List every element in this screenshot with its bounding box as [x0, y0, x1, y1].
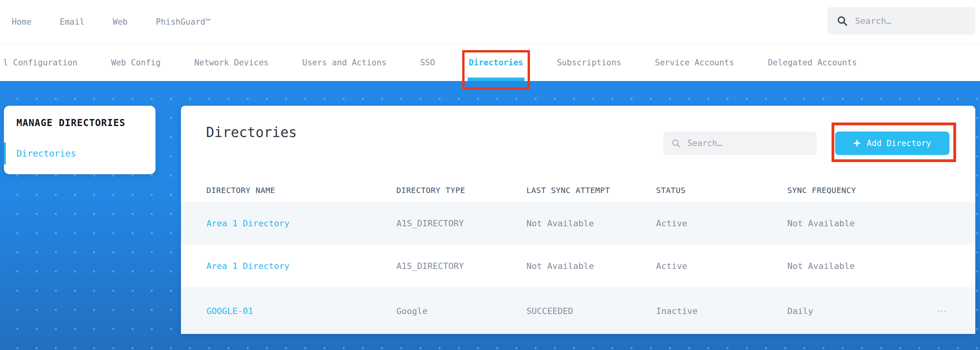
row-actions-menu-icon[interactable]: •••	[937, 306, 948, 316]
directory-type-cell: A1S_DIRECTORY	[396, 261, 526, 271]
directory-name-link[interactable]: Area 1 Directory	[206, 218, 396, 228]
tab-directories[interactable]: Directories	[469, 44, 523, 81]
search-icon	[836, 15, 848, 27]
global-search-box[interactable]	[828, 7, 975, 34]
sync-frequency-cell: Daily	[787, 306, 924, 316]
directory-type-cell: Google	[396, 306, 526, 316]
directory-type-cell: A1S_DIRECTORY	[396, 218, 526, 228]
active-tab-underline	[468, 78, 524, 81]
directory-name-link[interactable]: GOOGLE-01	[206, 306, 396, 316]
col-directory-name: DIRECTORY NAME	[206, 186, 396, 195]
tab-users-and-actions[interactable]: Users and Actions	[302, 44, 387, 81]
col-last-sync-attempt: LAST SYNC ATTEMPT	[526, 186, 656, 195]
table-row: Area 1 Directory A1S_DIRECTORY Not Avail…	[181, 245, 975, 287]
status-cell: Active	[656, 261, 787, 271]
workspace-background: MANAGE DIRECTORIES Directories Directori…	[0, 81, 980, 350]
nav-item-web[interactable]: Web	[113, 17, 128, 27]
table-row: Area 1 Directory A1S_DIRECTORY Not Avail…	[181, 202, 975, 245]
manage-directories-card: MANAGE DIRECTORIES Directories	[4, 106, 155, 174]
directories-search-input[interactable]	[687, 139, 809, 148]
tab-network-devices[interactable]: Network Devices	[194, 44, 269, 81]
add-directory-label: Add Directory	[867, 139, 931, 148]
status-cell: Active	[656, 218, 787, 228]
sync-frequency-cell: Not Available	[787, 218, 924, 228]
add-directory-button[interactable]: + Add Directory	[835, 132, 949, 155]
active-item-indicator	[4, 143, 6, 164]
col-sync-frequency: SYNC FREQUENCY	[787, 186, 924, 195]
col-directory-type: DIRECTORY TYPE	[396, 186, 526, 195]
tab-web-config[interactable]: Web Config	[111, 44, 161, 81]
last-sync-cell: Not Available	[526, 261, 656, 271]
page-title: Directories	[206, 124, 297, 140]
tab-subscriptions[interactable]: Subscriptions	[557, 44, 621, 81]
sync-frequency-cell: Not Available	[787, 261, 924, 271]
top-navbar: Home Email Web PhishGuard™	[0, 0, 980, 44]
sidebar-item-directories[interactable]: Directories	[4, 143, 155, 164]
table-header-row: DIRECTORY NAME DIRECTORY TYPE LAST SYNC …	[181, 179, 975, 202]
nav-item-phishguard[interactable]: PhishGuard™	[156, 17, 210, 27]
last-sync-cell: Not Available	[526, 218, 656, 228]
global-search-input[interactable]	[855, 16, 967, 26]
tab-service-accounts[interactable]: Service Accounts	[655, 44, 734, 81]
card-title: MANAGE DIRECTORIES	[16, 117, 125, 128]
last-sync-cell: SUCCEEDED	[526, 306, 656, 316]
directories-panel: Directories + Add Directory DIRECTORY NA…	[181, 106, 975, 334]
tab-directories-label: Directories	[469, 58, 523, 67]
tab-sso[interactable]: SSO	[420, 44, 435, 81]
top-nav-items: Home Email Web PhishGuard™	[0, 17, 210, 27]
sidebar-item-label: Directories	[16, 148, 76, 159]
search-icon	[671, 138, 681, 148]
table-row: GOOGLE-01 Google SUCCEEDED Inactive Dail…	[181, 287, 975, 334]
directories-search-box[interactable]	[663, 132, 817, 155]
directory-name-link[interactable]: Area 1 Directory	[206, 261, 396, 271]
panel-header: Directories + Add Directory	[181, 106, 975, 179]
col-status: STATUS	[656, 186, 787, 195]
plus-icon: +	[853, 137, 861, 149]
tab-delegated-accounts[interactable]: Delegated Accounts	[768, 44, 857, 81]
add-directory-wrap: + Add Directory	[835, 132, 949, 155]
tab-mail-configuration[interactable]: l Configuration	[3, 44, 78, 81]
nav-item-email[interactable]: Email	[60, 17, 85, 27]
nav-item-home[interactable]: Home	[12, 17, 32, 27]
status-cell: Inactive	[656, 306, 787, 316]
settings-tab-bar: l Configuration Web Config Network Devic…	[0, 44, 980, 81]
